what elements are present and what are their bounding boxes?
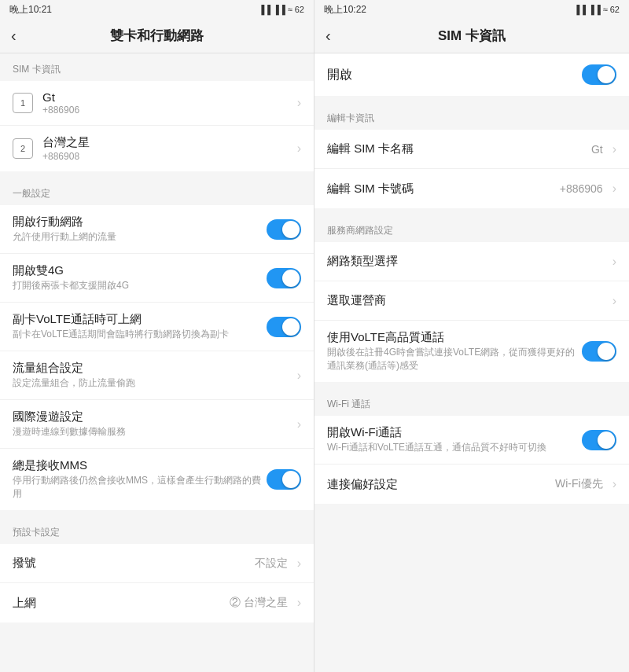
left-status-bar: 晚上10:21 ▐▐ ▐▐ ≈ 62: [0, 0, 314, 19]
network-type-chevron: ›: [612, 255, 616, 269]
roaming-chevron: ›: [297, 417, 301, 431]
left-status-icons: ▐▐ ▐▐ ≈ 62: [259, 5, 304, 14]
right-divider3: [314, 382, 629, 388]
edit-name-text: 編輯 SIM 卡名稱: [327, 141, 591, 156]
dual4g-toggle[interactable]: [267, 268, 301, 288]
dual4g-subtitle: 打開後兩張卡都支援開啟4G: [13, 279, 267, 292]
mobile-data-subtitle: 允許使用行動上網的流量: [13, 230, 267, 244]
sim2-name: 台灣之星: [42, 135, 291, 150]
dual4g-text: 開啟雙4G 打開後兩張卡都支援開啟4G: [13, 263, 267, 292]
enable-knob: [598, 66, 615, 83]
edit-name-item[interactable]: 編輯 SIM 卡名稱 Gt ›: [314, 130, 629, 169]
wifi-call-subtitle: Wi-Fi通話和VoLTE通話互通，通信品質不好時可切換: [327, 441, 582, 454]
carrier-chevron: ›: [612, 294, 616, 308]
connect-pref-text: 連接偏好設定: [327, 477, 555, 492]
volte-item[interactable]: 使用VoLTE高品質通話 開啟後在註冊4G時會嘗試連接VoLTE網路，從而獲得更…: [314, 321, 629, 382]
volte-title: 使用VoLTE高品質通話: [327, 330, 582, 345]
enable-item[interactable]: 開啟: [314, 53, 629, 96]
general-list: 開啟行動網路 允許使用行動上網的流量 開啟雙4G 打開後兩張卡都支援開啟4G: [0, 205, 314, 510]
left-header: ‹ 雙卡和行動網路: [0, 19, 314, 53]
internet-value: ② 台灣之星: [230, 596, 288, 610]
connect-pref-value: Wi-Fi優先: [555, 477, 603, 491]
network-type-title: 網路類型選擇: [327, 254, 606, 269]
edit-number-text: 編輯 SIM 卡號碼: [327, 182, 560, 196]
dial-value: 不設定: [255, 556, 288, 571]
sim-section-label: SIM 卡資訊: [0, 53, 314, 81]
connect-pref-title: 連接偏好設定: [327, 477, 555, 492]
mobile-data-item[interactable]: 開啟行動網路 允許使用行動上網的流量: [0, 205, 314, 254]
enable-list: 開啟: [314, 53, 629, 96]
left-back-button[interactable]: ‹: [11, 27, 17, 45]
dial-text: 撥號: [13, 556, 255, 571]
mms-subtitle: 停用行動網路後仍然會接收MMS，這樣會產生行動網路的費用: [13, 474, 267, 501]
wifi-call-text: 開啟Wi-Fi通話 Wi-Fi通話和VoLTE通話互通，通信品質不好時可切換: [327, 425, 582, 454]
data-plan-chevron: ›: [297, 369, 301, 383]
internet-text: 上網: [13, 596, 230, 611]
wifi-call-item[interactable]: 開啟Wi-Fi通話 Wi-Fi通話和VoLTE通話互通，通信品質不好時可切換: [314, 416, 629, 465]
sim1-info: Gt +886906: [42, 90, 291, 116]
volte-sim2-knob: [282, 318, 300, 336]
volte-sim2-text: 副卡VoLTE通話時可上網 副卡在VoLTE通話期間會臨時將行動網路切換為副卡: [13, 312, 267, 341]
dual4g-knob: [282, 270, 300, 287]
sim2-number: +886908: [42, 151, 291, 162]
network-type-text: 網路類型選擇: [327, 254, 606, 269]
volte-sim2-title: 副卡VoLTE通話時可上網: [13, 312, 267, 327]
dial-item[interactable]: 撥號 不設定 ›: [0, 544, 314, 583]
edit-number-chevron: ›: [612, 182, 616, 196]
volte-toggle[interactable]: [582, 341, 616, 362]
right-divider1: [314, 96, 629, 102]
mobile-data-title: 開啟行動網路: [13, 215, 267, 230]
carrier-item[interactable]: 選取運營商 ›: [314, 281, 629, 321]
edit-name-chevron: ›: [612, 142, 616, 156]
network-list: 網路類型選擇 › 選取運營商 › 使用VoLTE高品質通話 開啟後在註冊4G時會…: [314, 242, 629, 382]
edit-number-item[interactable]: 編輯 SIM 卡號碼 +886906 ›: [314, 169, 629, 208]
volte-sim2-toggle[interactable]: [267, 317, 301, 337]
sim2-badge: 2: [13, 138, 33, 159]
right-content: 開啟 編輯卡資訊 編輯 SIM 卡名稱 Gt › 編輯 SIM 卡號碼 +886…: [314, 53, 629, 672]
roaming-item[interactable]: 國際漫遊設定 漫遊時連線到數據傳輸服務 ›: [0, 400, 314, 449]
right-status-time: 晚上10:22: [324, 3, 366, 17]
mms-item[interactable]: 總是接收MMS 停用行動網路後仍然會接收MMS，這樣會產生行動網路的費用: [0, 449, 314, 510]
carrier-title: 選取運營商: [327, 293, 606, 308]
volte-knob: [598, 343, 615, 360]
mobile-data-text: 開啟行動網路 允許使用行動上網的流量: [13, 215, 267, 244]
edit-section-label: 編輯卡資訊: [314, 102, 629, 130]
left-page-title: 雙卡和行動網路: [110, 27, 204, 45]
sim1-number: +886906: [42, 105, 291, 116]
volte-sim2-item[interactable]: 副卡VoLTE通話時可上網 副卡在VoLTE通話期間會臨時將行動網路切換為副卡: [0, 303, 314, 351]
connect-pref-item[interactable]: 連接偏好設定 Wi-Fi優先 ›: [314, 465, 629, 504]
left-status-time: 晚上10:21: [9, 3, 52, 17]
dial-chevron: ›: [297, 556, 301, 571]
data-plan-item[interactable]: 流量組合設定 設定流量組合，防止流量偷跑 ›: [0, 351, 314, 400]
mms-toggle[interactable]: [267, 469, 301, 490]
volte-text: 使用VoLTE高品質通話 開啟後在註冊4G時會嘗試連接VoLTE網路，從而獲得更…: [327, 330, 582, 373]
left-content: SIM 卡資訊 1 Gt +886906 › 2 台灣之星 +886908 ›: [0, 53, 314, 672]
carrier-text: 選取運營商: [327, 293, 606, 308]
network-type-item[interactable]: 網路類型選擇 ›: [314, 242, 629, 281]
connect-pref-chevron: ›: [612, 477, 616, 491]
right-panel: 晚上10:22 ▐▐ ▐▐ ≈ 62 ‹ SIM 卡資訊 開啟 編輯卡資訊: [314, 0, 629, 672]
mms-text: 總是接收MMS 停用行動網路後仍然會接收MMS，這樣會產生行動網路的費用: [13, 458, 267, 501]
edit-name-value: Gt: [591, 143, 603, 156]
sim2-item[interactable]: 2 台灣之星 +886908 ›: [0, 126, 314, 171]
sim1-name: Gt: [42, 90, 291, 104]
enable-toggle[interactable]: [582, 64, 616, 85]
sim1-item[interactable]: 1 Gt +886906 ›: [0, 81, 314, 126]
default-list: 撥號 不設定 › 上網 ② 台灣之星 ›: [0, 544, 314, 622]
wifi-section-label: Wi-Fi 通話: [314, 388, 629, 416]
edit-number-title: 編輯 SIM 卡號碼: [327, 182, 560, 196]
sim1-chevron: ›: [297, 96, 301, 110]
sim1-badge: 1: [13, 93, 33, 113]
right-back-button[interactable]: ‹: [326, 27, 331, 45]
edit-list: 編輯 SIM 卡名稱 Gt › 編輯 SIM 卡號碼 +886906 ›: [314, 130, 629, 208]
internet-item[interactable]: 上網 ② 台灣之星 ›: [0, 583, 314, 622]
wifi-call-title: 開啟Wi-Fi通話: [327, 425, 582, 440]
sim-list: 1 Gt +886906 › 2 台灣之星 +886908 ›: [0, 81, 314, 171]
edit-name-title: 編輯 SIM 卡名稱: [327, 141, 591, 156]
default-section-label: 預設卡設定: [0, 516, 314, 544]
dual4g-item[interactable]: 開啟雙4G 打開後兩張卡都支援開啟4G: [0, 254, 314, 303]
right-divider2: [314, 208, 629, 215]
wifi-call-toggle[interactable]: [582, 430, 616, 450]
right-header: ‹ SIM 卡資訊: [314, 19, 629, 53]
mobile-data-toggle[interactable]: [267, 219, 301, 240]
